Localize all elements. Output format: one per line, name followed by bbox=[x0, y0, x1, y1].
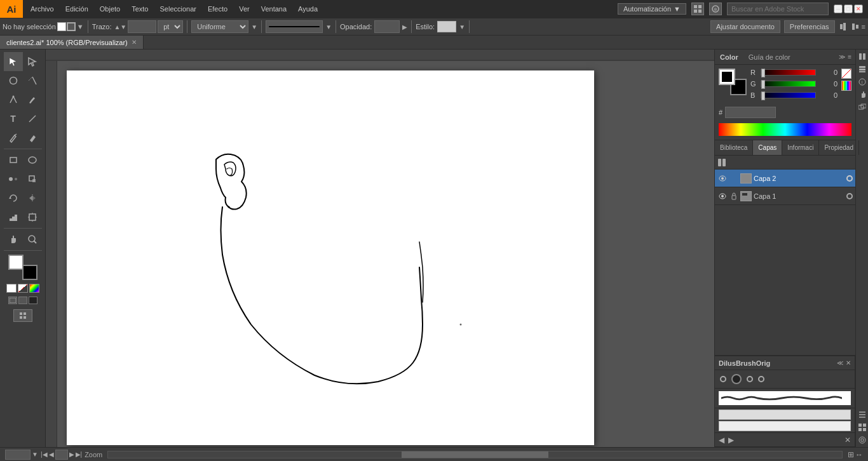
b-slider-thumb[interactable] bbox=[761, 91, 765, 100]
page-input[interactable]: 1 bbox=[55, 450, 68, 460]
hand-tool[interactable] bbox=[4, 230, 23, 249]
toolbar-icon-2[interactable] bbox=[850, 22, 860, 32]
hex-input[interactable]: 000000 bbox=[725, 107, 776, 118]
tab-capas[interactable]: Capas bbox=[753, 140, 782, 155]
screen-mode-normal[interactable] bbox=[8, 297, 17, 304]
rect-tool[interactable] bbox=[4, 150, 23, 170]
brush-add-btn[interactable]: ✕ bbox=[844, 436, 851, 444]
lasso-tool[interactable] bbox=[4, 71, 23, 90]
brush-prev-btn[interactable]: ◀ bbox=[719, 436, 724, 444]
menu-ayuda[interactable]: Ayuda bbox=[293, 4, 323, 14]
brush-dot-3[interactable] bbox=[747, 376, 753, 382]
layer2-visibility[interactable] bbox=[717, 173, 728, 184]
trazo-unit-select[interactable]: pt bbox=[158, 20, 183, 33]
trazo-input[interactable]: 0,5 pt bbox=[128, 20, 156, 33]
blend-tool[interactable] bbox=[4, 170, 23, 189]
direct-selection-tool[interactable] bbox=[23, 52, 42, 71]
selection-tool[interactable] bbox=[4, 52, 23, 71]
menu-texto[interactable]: Texto bbox=[126, 4, 153, 14]
pen-tool[interactable] bbox=[4, 90, 23, 109]
mirror-tool[interactable] bbox=[23, 189, 42, 208]
layer1-lock[interactable] bbox=[729, 192, 738, 201]
line-tool[interactable] bbox=[23, 109, 42, 128]
icon-btn-2[interactable]: ⊕ bbox=[709, 3, 722, 15]
layer-row-capa2[interactable]: Capa 2 bbox=[715, 170, 855, 187]
color-panel-menu[interactable]: ≡ bbox=[848, 53, 851, 60]
eraser-tool[interactable] bbox=[23, 128, 42, 147]
tab-biblioteca[interactable]: Biblioteca bbox=[715, 140, 753, 155]
panel-icon-8[interactable] bbox=[858, 436, 867, 444]
status-icon-2[interactable]: ↔ bbox=[855, 450, 863, 459]
panel-icon-2[interactable] bbox=[858, 65, 867, 74]
canvas-area[interactable] bbox=[46, 50, 714, 447]
panel-icon-6[interactable] bbox=[858, 410, 867, 419]
color-panel-title[interactable]: Color bbox=[715, 53, 743, 61]
color-spectrum[interactable] bbox=[719, 123, 851, 136]
automation-button[interactable]: Automatización ▼ bbox=[618, 3, 686, 15]
h-scrollbar-thumb[interactable] bbox=[402, 451, 548, 458]
search-input[interactable] bbox=[727, 3, 829, 15]
zoom-tool[interactable] bbox=[23, 230, 42, 249]
menu-ver[interactable]: Ver bbox=[234, 4, 255, 14]
color-mode-fill[interactable] bbox=[6, 284, 17, 293]
page-last-btn[interactable]: ▶| bbox=[76, 451, 83, 458]
brush-tool[interactable] bbox=[23, 90, 42, 109]
toolbar-more[interactable]: ≡ bbox=[862, 23, 865, 30]
stroke-box[interactable] bbox=[67, 22, 76, 31]
panel-icon-5[interactable] bbox=[858, 103, 867, 112]
h-scrollbar-track[interactable] bbox=[107, 451, 843, 458]
color-mode-gradient[interactable] bbox=[29, 284, 39, 293]
opacity-input[interactable]: 100% bbox=[374, 20, 400, 33]
panel-icon-4[interactable] bbox=[858, 90, 867, 99]
screen-mode-full[interactable] bbox=[18, 297, 27, 304]
menu-ventana[interactable]: Ventana bbox=[256, 4, 292, 14]
close-button[interactable]: ✕ bbox=[854, 4, 863, 13]
panel-icon-3[interactable]: i bbox=[858, 77, 867, 86]
layer1-visibility[interactable] bbox=[717, 191, 728, 201]
tools-panel-btn[interactable] bbox=[13, 309, 32, 322]
brush-dot-1[interactable] bbox=[720, 376, 726, 382]
opacity-arrow[interactable]: ▶ bbox=[402, 23, 407, 30]
color-mode-none[interactable] bbox=[18, 284, 28, 293]
fill-box[interactable] bbox=[57, 22, 66, 31]
ellipse-tool[interactable] bbox=[23, 150, 42, 170]
icon-btn-1[interactable] bbox=[691, 3, 704, 15]
swap-color-btn[interactable] bbox=[841, 81, 851, 91]
menu-seleccionar[interactable]: Seleccionar bbox=[154, 4, 201, 14]
toolbar-icon-1[interactable] bbox=[839, 22, 849, 32]
layer2-target[interactable] bbox=[846, 175, 853, 182]
page-first-btn[interactable]: |◀ bbox=[41, 451, 48, 458]
r-slider-thumb[interactable] bbox=[761, 69, 765, 77]
none-color-btn[interactable] bbox=[841, 69, 851, 79]
pencil-tool[interactable] bbox=[4, 128, 23, 147]
layer1-target[interactable] bbox=[846, 193, 853, 199]
style-box[interactable] bbox=[437, 21, 456, 32]
doc-tab-close[interactable]: ✕ bbox=[132, 39, 137, 46]
brush-collapse[interactable]: ≪ bbox=[837, 359, 843, 366]
menu-archivo[interactable]: Archivo bbox=[25, 4, 59, 14]
rotate-tool[interactable] bbox=[4, 189, 23, 208]
magic-wand-tool[interactable] bbox=[23, 71, 42, 90]
minimize-button[interactable]: ─ bbox=[834, 4, 843, 13]
graph-tool[interactable] bbox=[4, 208, 23, 227]
panel-icon-7[interactable] bbox=[858, 423, 867, 432]
artboard-wrapper[interactable] bbox=[57, 61, 714, 447]
artboard-tool[interactable] bbox=[23, 208, 42, 227]
trazo-down-arrow[interactable]: ▲▼ bbox=[114, 23, 126, 30]
menu-objeto[interactable]: Objeto bbox=[95, 4, 125, 14]
transform-tool[interactable] bbox=[23, 170, 42, 189]
panel-icon-1[interactable] bbox=[858, 52, 867, 61]
menu-efecto[interactable]: Efecto bbox=[203, 4, 233, 14]
color-guide-title[interactable]: Guía de color bbox=[743, 53, 796, 61]
brush-dot-selected[interactable] bbox=[731, 374, 742, 384]
zoom-input[interactable]: 100% bbox=[5, 450, 31, 460]
stroke-preview[interactable] bbox=[266, 20, 323, 33]
brush-close[interactable]: ✕ bbox=[846, 359, 851, 366]
type-tool[interactable]: T bbox=[4, 109, 23, 128]
brush-dot-4[interactable] bbox=[758, 376, 764, 382]
preferencias-button[interactable]: Preferencias bbox=[784, 20, 835, 33]
page-next-btn[interactable]: ▶ bbox=[69, 451, 74, 458]
library-icon[interactable] bbox=[717, 158, 726, 167]
tab-propiedad[interactable]: Propiedad bbox=[819, 140, 859, 155]
g-slider-thumb[interactable] bbox=[761, 80, 765, 89]
